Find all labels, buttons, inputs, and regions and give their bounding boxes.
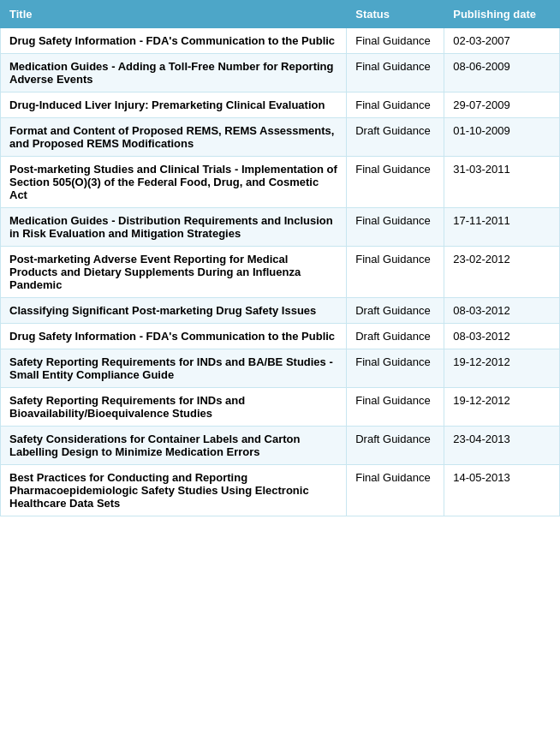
cell-status: Draft Guidance (347, 427, 444, 465)
cell-date: 29-07-2009 (444, 93, 560, 118)
col-header-status: Status (347, 1, 444, 28)
cell-date: 19-12-2012 (444, 388, 560, 427)
table-row: Medication Guides - Adding a Toll-Free N… (1, 54, 560, 93)
cell-title: Safety Reporting Requirements for INDs a… (1, 388, 347, 427)
col-header-date: Publishing date (444, 1, 560, 28)
guidance-table: Title Status Publishing date Drug Safety… (0, 0, 560, 516)
table-row: Safety Considerations for Container Labe… (1, 427, 560, 465)
table-row: Medication Guides - Distribution Require… (1, 208, 560, 247)
table-row: Safety Reporting Requirements for INDs a… (1, 349, 560, 388)
cell-status: Final Guidance (347, 54, 444, 93)
cell-status: Final Guidance (347, 28, 444, 54)
cell-title: Best Practices for Conducting and Report… (1, 465, 347, 516)
cell-title: Safety Considerations for Container Labe… (1, 427, 347, 465)
cell-date: 02-03-2007 (444, 28, 560, 54)
table-row: Post-marketing Adverse Event Reporting f… (1, 247, 560, 298)
cell-title: Medication Guides - Adding a Toll-Free N… (1, 54, 347, 93)
table-row: Format and Content of Proposed REMS, REM… (1, 118, 560, 157)
table-header-row: Title Status Publishing date (1, 1, 560, 28)
cell-status: Draft Guidance (347, 118, 444, 157)
cell-date: 01-10-2009 (444, 118, 560, 157)
cell-title: Format and Content of Proposed REMS, REM… (1, 118, 347, 157)
cell-date: 23-04-2013 (444, 427, 560, 465)
cell-title: Safety Reporting Requirements for INDs a… (1, 349, 347, 388)
cell-status: Final Guidance (347, 157, 444, 208)
table-row: Post-marketing Studies and Clinical Tria… (1, 157, 560, 208)
cell-date: 31-03-2011 (444, 157, 560, 208)
cell-date: 19-12-2012 (444, 349, 560, 388)
cell-status: Draft Guidance (347, 324, 444, 349)
cell-status: Final Guidance (347, 349, 444, 388)
cell-date: 08-03-2012 (444, 324, 560, 349)
table-row: Classifying Significant Post-marketing D… (1, 298, 560, 324)
cell-title: Drug Safety Information - FDA's Communic… (1, 28, 347, 54)
table-row: Best Practices for Conducting and Report… (1, 465, 560, 516)
table-row: Drug Safety Information - FDA's Communic… (1, 324, 560, 349)
cell-status: Final Guidance (347, 93, 444, 118)
cell-date: 08-03-2012 (444, 298, 560, 324)
cell-title: Post-marketing Studies and Clinical Tria… (1, 157, 347, 208)
cell-title: Classifying Significant Post-marketing D… (1, 298, 347, 324)
cell-status: Final Guidance (347, 247, 444, 298)
cell-status: Final Guidance (347, 208, 444, 247)
cell-title: Drug-Induced Liver Injury: Premarketing … (1, 93, 347, 118)
cell-title: Medication Guides - Distribution Require… (1, 208, 347, 247)
cell-title: Drug Safety Information - FDA's Communic… (1, 324, 347, 349)
cell-date: 14-05-2013 (444, 465, 560, 516)
cell-date: 17-11-2011 (444, 208, 560, 247)
col-header-title: Title (1, 1, 347, 28)
cell-date: 23-02-2012 (444, 247, 560, 298)
cell-title: Post-marketing Adverse Event Reporting f… (1, 247, 347, 298)
cell-status: Draft Guidance (347, 298, 444, 324)
cell-date: 08-06-2009 (444, 54, 560, 93)
table-row: Safety Reporting Requirements for INDs a… (1, 388, 560, 427)
cell-status: Final Guidance (347, 465, 444, 516)
table-row: Drug Safety Information - FDA's Communic… (1, 28, 560, 54)
cell-status: Final Guidance (347, 388, 444, 427)
table-row: Drug-Induced Liver Injury: Premarketing … (1, 93, 560, 118)
